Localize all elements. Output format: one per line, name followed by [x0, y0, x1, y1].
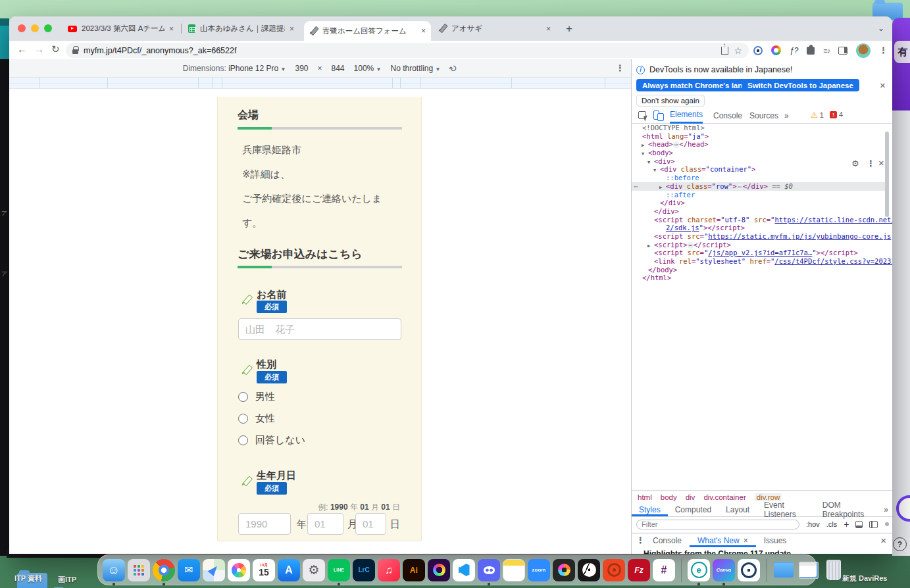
dock-icon-slack[interactable]: # [653, 559, 675, 581]
drawer-tab-issues[interactable]: Issues [756, 533, 795, 547]
forward-button[interactable]: → [34, 43, 44, 55]
code-line[interactable]: ::after [632, 191, 888, 199]
code-line[interactable]: ▶<script>⋯</script> [632, 241, 888, 249]
browser-menu-icon[interactable]: ⋮ [879, 45, 888, 55]
dock-icon-vscode[interactable] [453, 559, 475, 581]
code-line[interactable]: <html lang="ja"> [632, 132, 888, 141]
browser-tab-4[interactable]: アオサギ× [433, 16, 556, 41]
dock-icon-illustrator[interactable]: Ai [403, 559, 425, 581]
dock-icon-launchpad[interactable] [128, 559, 150, 581]
dock-icon-filezilla[interactable]: Fz [628, 559, 650, 581]
dock-icon-creativecloud[interactable] [428, 559, 450, 581]
profile-avatar[interactable] [856, 43, 871, 58]
new-tab-button[interactable]: + [566, 22, 572, 36]
rotate-device-icon[interactable]: ↻ [447, 62, 461, 75]
gender-radio-3[interactable]: 回答しない [238, 434, 305, 447]
sidebar-layout-icon[interactable] [869, 521, 878, 528]
dock-icon-trash[interactable] [822, 559, 845, 581]
new-style-rule-button[interactable]: + [844, 519, 849, 529]
drawer-tab-whats-new[interactable]: What's New× [690, 533, 756, 547]
code-line[interactable]: </body> [632, 266, 888, 274]
minimize-window-button[interactable] [31, 24, 39, 32]
playlist-extension-icon[interactable]: ≡♪ [823, 47, 830, 55]
share-icon[interactable] [721, 47, 728, 55]
tab-elements[interactable]: Elements [670, 107, 703, 124]
name-input[interactable] [238, 318, 401, 340]
zoom-window-button[interactable] [44, 24, 52, 32]
dock-icon-docwindow[interactable] [797, 559, 820, 581]
extensions-puzzle-icon[interactable] [807, 47, 815, 55]
styles-tab-dom-breakpoints[interactable]: DOM Breakpoints [815, 503, 880, 516]
more-tabs-icon[interactable]: » [784, 107, 789, 124]
birth-day-input[interactable] [355, 513, 386, 535]
zoom-select[interactable]: 100% ▼ [354, 64, 382, 73]
bookmark-star-icon[interactable]: ☆ [734, 45, 742, 56]
dock-icon-clock[interactable] [578, 559, 600, 581]
device-toolbar-toggle-icon[interactable] [653, 110, 659, 120]
code-line[interactable]: ▼<body> [632, 149, 888, 157]
dock-icon-photos[interactable] [228, 559, 250, 581]
code-line[interactable]: ⋯▶<div class="row">⋯</div> == $0 [632, 182, 888, 191]
styles-tab-computed[interactable]: Computed [668, 503, 719, 516]
address-bar[interactable]: myfm.jp/t4PDcf/_anonymous?_ak=66522f ☆ [66, 43, 749, 58]
breadcrumb-div.container[interactable]: div.container [703, 493, 746, 501]
background-window-button[interactable]: 有 [894, 41, 910, 63]
gender-radio-1[interactable]: 男性 [238, 391, 275, 403]
desktop-folder-label[interactable]: ITP 資料 [14, 574, 42, 583]
side-panel-icon[interactable] [838, 47, 847, 55]
code-line[interactable]: <script src="/js/app_v2.js?id=af71c7a…">… [632, 249, 888, 257]
code-line[interactable]: <link rel="stylesheet" href="/css/t4PDcf… [632, 257, 888, 266]
reload-button[interactable]: ↻ [51, 43, 60, 55]
inspect-element-icon[interactable] [638, 111, 646, 119]
radio-circle[interactable] [238, 392, 248, 402]
dock-icon-calendar[interactable]: 10月15 [253, 559, 275, 581]
viewport-width-input[interactable]: 390 [295, 64, 308, 73]
tab-close-icon[interactable]: × [546, 24, 551, 34]
dock-icon-eset[interactable] [688, 559, 710, 581]
code-line[interactable]: </div> [632, 207, 888, 216]
gutter-dots-icon[interactable]: ⋯ [634, 182, 638, 191]
breadcrumb-body[interactable]: body [661, 493, 677, 501]
drawer-tab-close-icon[interactable]: × [744, 536, 748, 545]
code-line[interactable]: <script charset="utf-8" src="https://sta… [632, 216, 888, 224]
styles-tab-layout[interactable]: Layout [719, 503, 757, 516]
tab-close-icon[interactable]: × [290, 24, 294, 34]
viewport-height-input[interactable]: 844 [332, 64, 345, 73]
dock-icon-downloads[interactable] [772, 559, 795, 581]
device-toolbar-menu-icon[interactable]: ⋮ [616, 63, 624, 73]
gender-radio-2[interactable]: 女性 [238, 412, 275, 425]
dock-icon-zoom[interactable]: zoom [528, 559, 550, 581]
dock-icon-settings[interactable]: ⚙ [303, 559, 325, 581]
code-line[interactable]: </div> [632, 199, 888, 207]
privacy-extension-icon[interactable] [753, 46, 763, 55]
drawer-menu-icon[interactable]: ⋮ [636, 535, 645, 545]
code-line[interactable]: </html> [632, 274, 888, 282]
whats-new-teaser[interactable]: Highlights from the Chrome 117 update [644, 549, 791, 554]
code-line[interactable]: ▶<head>⋯</head> [632, 140, 888, 149]
dock-icon-appstore[interactable]: A [278, 559, 300, 581]
tab-sources[interactable]: Sources [749, 107, 778, 124]
dimensions-select[interactable]: Dimensions: iPhone 12 Pro ▼ [183, 64, 286, 73]
help-icon[interactable]: ? [893, 537, 907, 551]
radio-circle[interactable] [238, 435, 248, 445]
elements-tree[interactable]: <!DOCTYPE html><html lang="ja">▶<head>⋯<… [632, 124, 888, 489]
dock-icon-finder[interactable]: ☺ [103, 559, 125, 581]
dock-icon-line[interactable]: LINE [328, 559, 350, 581]
desktop-folder-label[interactable]: 新規 DaviRes [842, 574, 887, 583]
drawer-close-icon[interactable]: × [880, 535, 886, 546]
warnings-badge[interactable]: ⚠1 [811, 110, 824, 120]
class-toggle[interactable]: .cls [826, 520, 838, 528]
dock-icon-davinci[interactable] [553, 559, 575, 581]
close-window-button[interactable] [18, 24, 26, 32]
browser-tab-3[interactable]: 青鷺ホーム回答フォーム× [304, 21, 431, 41]
hover-toggle[interactable]: :hov [806, 520, 820, 528]
dock-icon-1password[interactable] [738, 559, 760, 581]
tab-console[interactable]: Console [713, 107, 742, 124]
tab-close-icon[interactable]: × [169, 24, 174, 34]
breadcrumb-html[interactable]: html [638, 493, 652, 501]
font-extension-icon[interactable]: ƒ? [790, 46, 798, 55]
computed-styles-icon[interactable] [855, 521, 863, 528]
birth-month-input[interactable] [307, 513, 343, 535]
lock-icon[interactable] [72, 49, 78, 54]
notification-close-icon[interactable]: × [880, 80, 886, 91]
